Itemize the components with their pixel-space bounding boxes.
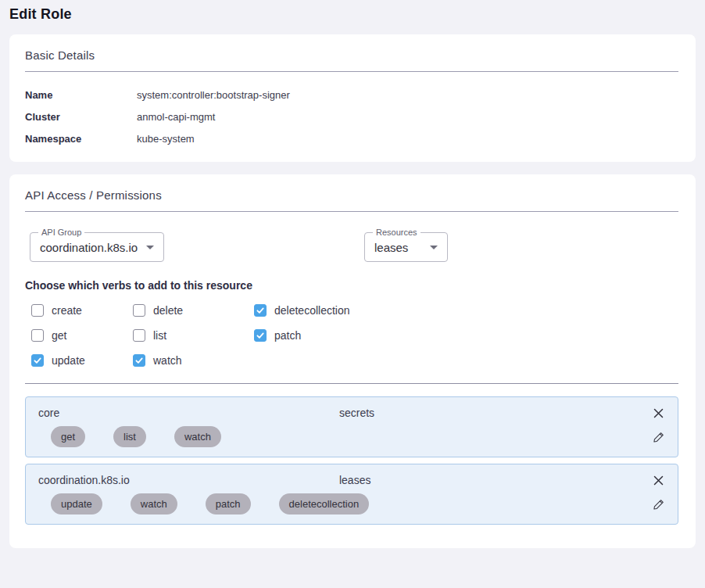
pencil-icon bbox=[652, 431, 665, 444]
api-group-select-label: API Group bbox=[38, 228, 84, 237]
verb-checkbox-item[interactable]: delete bbox=[133, 304, 254, 317]
edit-permission-button[interactable] bbox=[651, 497, 665, 511]
detail-label: Namespace bbox=[25, 133, 137, 145]
checkbox[interactable] bbox=[133, 304, 145, 317]
permission-resource: secrets bbox=[339, 407, 651, 419]
permission-row-head: coordination.k8s.io leases bbox=[38, 473, 665, 487]
section-divider bbox=[25, 211, 678, 212]
verb-chip: patch bbox=[206, 493, 251, 514]
verb-checkbox-item[interactable]: update bbox=[31, 354, 133, 367]
verb-chip: list bbox=[113, 426, 146, 447]
section-divider bbox=[25, 71, 678, 72]
permission-row: core secrets get list bbox=[25, 396, 678, 457]
verb-checkbox-item[interactable]: create bbox=[31, 304, 133, 317]
verb-label: update bbox=[52, 354, 85, 367]
checkbox[interactable] bbox=[133, 329, 145, 342]
verbs-divider bbox=[25, 383, 678, 384]
permission-api-group: core bbox=[38, 407, 339, 419]
basic-details-title: Basic Details bbox=[25, 48, 678, 62]
checkmark-icon bbox=[134, 356, 144, 365]
basic-details-list: Name system:controller:bootstrap-signer … bbox=[25, 89, 678, 145]
checkmark-icon bbox=[256, 331, 265, 340]
resources-select-value: leases bbox=[374, 241, 408, 254]
verb-checkbox-item[interactable]: get bbox=[31, 329, 133, 342]
verb-checkbox-item[interactable]: list bbox=[133, 329, 254, 342]
checkbox[interactable] bbox=[254, 304, 267, 317]
verb-checkbox-item[interactable]: watch bbox=[133, 354, 254, 367]
detail-label: Name bbox=[25, 89, 137, 101]
checkmark-icon bbox=[256, 306, 265, 315]
permission-verb-chips: update watch patch deletecollection bbox=[51, 493, 665, 514]
remove-permission-button[interactable] bbox=[651, 406, 665, 420]
verb-label: create bbox=[52, 304, 82, 317]
page-title: Edit Role bbox=[9, 6, 696, 23]
permission-row-head: core secrets bbox=[38, 406, 665, 420]
verb-label: list bbox=[153, 329, 166, 342]
pencil-icon bbox=[652, 498, 665, 511]
resources-select-label: Resources bbox=[373, 228, 420, 237]
api-group-select[interactable]: API Group coordination.k8s.io bbox=[30, 232, 164, 262]
chevron-down-icon bbox=[430, 246, 438, 249]
verb-label: patch bbox=[274, 329, 301, 342]
permission-api-group: coordination.k8s.io bbox=[38, 474, 339, 486]
close-icon bbox=[653, 407, 664, 419]
checkbox[interactable] bbox=[254, 329, 267, 342]
verb-label: delete bbox=[153, 304, 183, 317]
verb-label: deletecollection bbox=[274, 304, 350, 317]
selects-row: API Group coordination.k8s.io Resources … bbox=[25, 232, 678, 262]
detail-row: Cluster anmol-capi-mgmt bbox=[25, 111, 678, 123]
permission-row: coordination.k8s.io leases update bbox=[25, 464, 678, 525]
verb-chip: watch bbox=[174, 426, 221, 447]
verbs-checkbox-grid: create delete bbox=[31, 304, 678, 367]
checkbox[interactable] bbox=[31, 304, 44, 317]
edit-permission-button[interactable] bbox=[651, 430, 665, 444]
verb-chip: watch bbox=[131, 493, 177, 514]
permission-resource: leases bbox=[339, 474, 651, 486]
verb-chip: deletecollection bbox=[279, 493, 370, 514]
verb-label: get bbox=[52, 329, 66, 342]
api-group-select-value: coordination.k8s.io bbox=[40, 241, 138, 254]
detail-value: system:controller:bootstrap-signer bbox=[137, 89, 290, 101]
verb-label: watch bbox=[153, 354, 182, 367]
checkbox[interactable] bbox=[133, 354, 145, 367]
edit-role-page: Edit Role Basic Details Name system:cont… bbox=[0, 0, 705, 588]
verb-chip: get bbox=[51, 426, 85, 447]
basic-details-card: Basic Details Name system:controller:boo… bbox=[9, 34, 696, 162]
chevron-down-icon bbox=[146, 246, 154, 249]
checkbox[interactable] bbox=[31, 354, 44, 367]
api-access-title: API Access / Permissions bbox=[25, 188, 678, 202]
permission-list: core secrets get list bbox=[25, 396, 678, 525]
api-access-card: API Access / Permissions API Group coord… bbox=[9, 174, 696, 548]
detail-row: Name system:controller:bootstrap-signer bbox=[25, 89, 678, 101]
verb-checkbox-item[interactable]: patch bbox=[254, 329, 350, 342]
verb-chip: update bbox=[51, 493, 102, 514]
verbs-heading: Choose which verbs to add to this resour… bbox=[25, 279, 678, 292]
checkbox[interactable] bbox=[31, 329, 44, 342]
detail-value: kube-system bbox=[137, 133, 195, 145]
detail-label: Cluster bbox=[25, 111, 137, 123]
detail-value: anmol-capi-mgmt bbox=[137, 111, 215, 123]
remove-permission-button[interactable] bbox=[651, 473, 665, 487]
verb-checkbox-item[interactable]: deletecollection bbox=[254, 304, 350, 317]
resources-select[interactable]: Resources leases bbox=[364, 232, 448, 262]
checkmark-icon bbox=[33, 356, 42, 365]
close-icon bbox=[653, 475, 664, 486]
permission-verb-chips: get list watch bbox=[51, 426, 665, 447]
detail-row: Namespace kube-system bbox=[25, 133, 678, 145]
